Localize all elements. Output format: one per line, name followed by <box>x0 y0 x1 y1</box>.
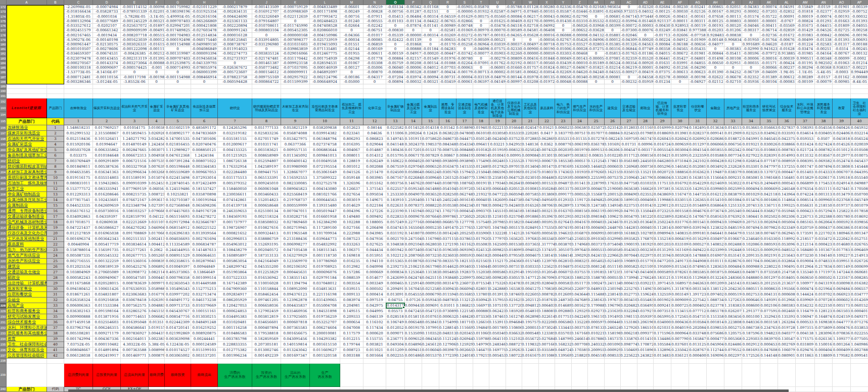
empty-cell[interactable] <box>815 364 833 387</box>
matrix-cell[interactable]: -0.000991243 <box>218 28 252 33</box>
data-cell[interactable]: 0.149147 <box>439 225 456 231</box>
data-cell[interactable]: 0.005425276 <box>121 264 149 270</box>
data-cell[interactable]: 0.010049397 <box>165 264 191 270</box>
data-cell[interactable]: 0.020039 <box>851 142 868 148</box>
data-cell[interactable]: 0.000400142 <box>281 159 310 164</box>
matrix-cell[interactable]: -0.00294 <box>796 66 815 70</box>
data-cell[interactable]: 0.026207 <box>724 309 742 314</box>
data-cell[interactable]: 0.093898 <box>456 159 473 164</box>
data-cell[interactable]: 0.048491248 <box>191 320 218 325</box>
empty-cell[interactable] <box>121 89 149 93</box>
data-cell[interactable]: 0.000943 <box>707 220 724 225</box>
data-cell[interactable]: 0.011394794 <box>281 281 310 286</box>
matrix-cell[interactable]: 0 <box>165 47 191 52</box>
data-cell[interactable]: 0.012982 <box>340 264 363 270</box>
data-cell[interactable]: 0.200051 <box>522 325 539 331</box>
data-cell[interactable]: 0.244501 <box>637 159 654 164</box>
matrix-cell[interactable]: -0.00520 <box>724 24 742 28</box>
data-cell[interactable]: 0.08144 <box>363 125 386 131</box>
data-cell[interactable]: 0.049887 <box>851 181 868 186</box>
matrix-cell[interactable]: -0.002313119 <box>121 57 149 61</box>
data-cell[interactable]: 0.192448 <box>724 248 742 253</box>
empty-cell[interactable] <box>555 364 572 387</box>
empty-cell[interactable] <box>796 359 815 364</box>
data-cell[interactable]: 0.012964 <box>796 264 815 270</box>
data-cell[interactable]: 0.114864 <box>778 198 796 203</box>
data-cell[interactable]: 0.030026 <box>760 142 778 148</box>
row-label[interactable]: 租赁和商务服务业 <box>7 309 47 314</box>
matrix-cell[interactable]: -0.00278606 <box>93 47 121 52</box>
matrix-cell[interactable]: -0.001245229 <box>121 19 149 24</box>
data-cell[interactable]: 0.173994 <box>621 275 637 281</box>
data-cell[interactable]: 0.035906 <box>473 231 489 236</box>
data-cell[interactable]: 0.008285 <box>851 275 868 281</box>
matrix-cell[interactable]: -0.03208 <box>522 80 539 84</box>
data-cell[interactable]: 0.112124 <box>439 336 456 342</box>
data-cell[interactable]: 0.126616 <box>473 320 489 325</box>
data-cell[interactable]: 0.054555 <box>405 292 422 298</box>
data-cell[interactable]: 0.015776 <box>637 259 654 264</box>
data-cell[interactable]: 0.003004 <box>671 148 689 153</box>
matrix-cell[interactable]: -0.00099 <box>833 57 851 61</box>
column-letter-AP[interactable]: AP <box>851 0 868 5</box>
data-cell[interactable]: 0.016212 <box>707 192 724 198</box>
row-number-191[interactable]: 191 <box>0 94 7 99</box>
matrix-cell[interactable]: -0.05470 <box>572 5 588 10</box>
data-cell[interactable]: 0.206498 <box>363 225 386 231</box>
matrix-cell[interactable]: -0.01206 <box>724 28 742 33</box>
empty-cell[interactable] <box>796 364 815 387</box>
matrix-cell[interactable]: -0.00920 <box>637 61 654 66</box>
data-cell[interactable]: 0.006995 <box>588 231 605 236</box>
data-cell[interactable]: 0.015410 <box>707 198 724 203</box>
data-cell[interactable]: 0.017066 <box>149 231 165 236</box>
data-cell[interactable]: 0.003639098 <box>165 336 191 342</box>
data-cell[interactable]: 0.011533384 <box>93 303 121 309</box>
data-cell[interactable]: 0.035015 <box>621 170 637 175</box>
data-cell[interactable]: 0.049304 <box>386 342 405 348</box>
data-cell[interactable]: 0.124613 <box>522 348 539 353</box>
empty-cell[interactable] <box>363 84 386 89</box>
matrix-cell[interactable]: -0.03628 <box>588 28 605 33</box>
data-cell[interactable]: 0.022975 <box>637 253 654 259</box>
empty-cell[interactable] <box>405 94 422 99</box>
empty-cell[interactable] <box>281 94 310 99</box>
column-letter-X[interactable]: X <box>539 0 555 5</box>
data-cell[interactable]: 0.000527 <box>689 242 707 248</box>
data-cell[interactable]: 0.010604 <box>422 348 439 353</box>
empty-cell[interactable] <box>707 359 724 364</box>
data-cell[interactable]: 1.157548 <box>473 220 489 225</box>
data-cell[interactable]: 0.158878 <box>588 275 605 281</box>
matrix-cell[interactable]: -0.01868 <box>405 42 422 47</box>
data-cell[interactable]: 0.001536016 <box>121 259 149 264</box>
row-code[interactable]: 23 <box>47 248 64 253</box>
data-cell[interactable]: 0.048673 <box>439 136 456 142</box>
matrix-cell[interactable]: -0.03439 <box>555 61 572 66</box>
data-cell[interactable]: 0.065086627 <box>93 225 121 231</box>
data-cell[interactable]: 0.100247 <box>588 281 605 286</box>
data-cell[interactable]: 0.003751 <box>572 325 588 331</box>
empty-cell[interactable] <box>191 359 218 364</box>
data-cell[interactable]: 0.016370 <box>555 209 572 214</box>
matrix-cell[interactable]: -0.031031603 <box>281 42 310 47</box>
matrix-cell[interactable]: -0.0157 <box>815 75 833 80</box>
data-cell[interactable]: 0.000597 <box>588 320 605 325</box>
row-label[interactable]: 化学工业 <box>7 186 47 192</box>
matrix-cell[interactable]: -0.00090697 <box>93 66 121 70</box>
data-cell[interactable]: 0.001656675 <box>281 331 310 336</box>
data-cell[interactable]: 0.024406 <box>833 131 851 136</box>
data-cell[interactable]: 0.168151345 <box>310 248 340 253</box>
data-cell[interactable]: 0.221116198 <box>310 292 340 298</box>
matrix-cell[interactable]: -0.02859 <box>778 28 796 33</box>
data-cell[interactable]: 0.005269 <box>149 253 165 259</box>
matrix-cell[interactable]: -0.00008 <box>572 33 588 37</box>
data-cell[interactable]: 0.015951 <box>363 253 386 259</box>
column-letter-H[interactable]: H <box>191 0 218 5</box>
data-cell[interactable]: 0.043985 <box>363 231 386 236</box>
matrix-cell[interactable]: -3.8552E-06 <box>121 80 149 84</box>
data-cell[interactable]: 0.187469 <box>506 292 522 298</box>
matrix-cell[interactable]: -0.03039 <box>489 42 506 47</box>
empty-cell[interactable] <box>7 94 47 99</box>
matrix-cell[interactable]: 0.977388 <box>689 28 707 33</box>
data-cell[interactable]: 0.152014823 <box>252 198 281 203</box>
data-cell[interactable]: 0.026358324 <box>64 298 93 303</box>
